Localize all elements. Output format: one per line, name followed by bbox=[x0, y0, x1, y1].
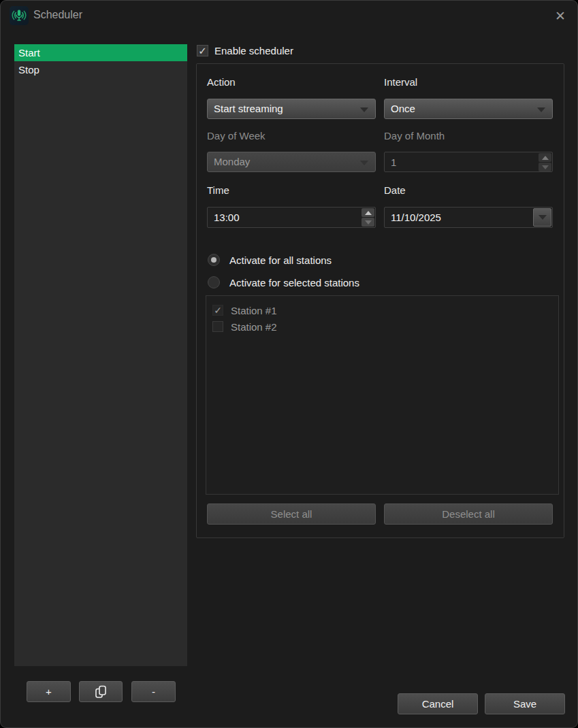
spinner-buttons bbox=[539, 153, 551, 171]
enable-scheduler-label: Enable scheduler bbox=[214, 45, 293, 56]
activate-selected-stations-option[interactable]: Activate for selected stations bbox=[208, 276, 359, 288]
duplicate-schedule-button[interactable] bbox=[79, 681, 123, 702]
day-of-week-label: Day of Week bbox=[207, 130, 266, 142]
select-all-button: Select all bbox=[207, 503, 376, 525]
app-microphone-icon bbox=[10, 6, 29, 25]
chevron-down-icon bbox=[539, 215, 547, 220]
action-dropdown[interactable]: Start streaming bbox=[207, 99, 376, 119]
station-checkbox-unchecked[interactable] bbox=[212, 321, 223, 332]
action-value: Start streaming bbox=[214, 103, 283, 114]
day-of-month-value: 1 bbox=[391, 156, 396, 168]
day-of-month-label: Day of Month bbox=[384, 130, 445, 142]
remove-schedule-button[interactable]: - bbox=[131, 681, 176, 702]
check-icon: ✓ bbox=[214, 305, 222, 316]
activate-all-stations-label: Activate for all stations bbox=[229, 254, 332, 266]
chevron-down-icon bbox=[537, 107, 545, 112]
schedule-list: Start Stop bbox=[14, 44, 187, 666]
chevron-down-icon bbox=[360, 161, 368, 165]
day-of-month-spinbox: 1 bbox=[384, 152, 553, 172]
date-dropdown-button[interactable] bbox=[533, 208, 551, 227]
spinner-buttons[interactable] bbox=[362, 208, 374, 227]
radio-unselected-icon[interactable] bbox=[208, 276, 220, 288]
spin-down-icon bbox=[539, 163, 551, 171]
schedule-item-stop[interactable]: Stop bbox=[14, 61, 187, 78]
day-of-week-dropdown: Monday bbox=[207, 152, 376, 172]
title-bar: Scheduler ✕ bbox=[1, 1, 577, 31]
date-value: 11/10/2025 bbox=[391, 212, 441, 223]
interval-value: Once bbox=[391, 103, 415, 114]
scheduler-dialog: Scheduler ✕ Start Stop ✓ Enable schedule… bbox=[0, 0, 578, 728]
activate-selected-stations-label: Activate for selected stations bbox=[229, 277, 359, 288]
station-label: Station #2 bbox=[231, 321, 277, 333]
date-picker[interactable]: 11/10/2025 bbox=[384, 207, 553, 228]
spin-down-icon[interactable] bbox=[362, 218, 374, 227]
station-row-1[interactable]: ✓ Station #1 bbox=[206, 302, 558, 318]
deselect-all-button: Deselect all bbox=[384, 503, 553, 525]
station-label: Station #1 bbox=[231, 305, 277, 316]
close-icon[interactable]: ✕ bbox=[551, 7, 570, 26]
window-title: Scheduler bbox=[33, 9, 82, 21]
station-row-2[interactable]: Station #2 bbox=[206, 318, 558, 335]
chevron-down-icon bbox=[360, 107, 368, 112]
date-label: Date bbox=[384, 184, 406, 196]
station-checkbox-checked[interactable]: ✓ bbox=[212, 305, 223, 316]
day-of-week-value: Monday bbox=[214, 156, 250, 167]
spin-up-icon[interactable] bbox=[362, 208, 374, 217]
enable-scheduler-row: ✓ Enable scheduler bbox=[197, 45, 293, 56]
radio-selected-icon[interactable] bbox=[208, 254, 220, 266]
activate-all-stations-option[interactable]: Activate for all stations bbox=[208, 254, 332, 266]
check-icon: ✓ bbox=[198, 45, 207, 57]
stations-list: ✓ Station #1 Station #2 bbox=[206, 295, 559, 495]
time-spinbox[interactable]: 13:00 bbox=[207, 207, 376, 228]
schedule-item-start[interactable]: Start bbox=[14, 44, 187, 61]
action-label: Action bbox=[207, 76, 236, 88]
enable-scheduler-checkbox[interactable]: ✓ bbox=[197, 45, 208, 56]
copy-icon bbox=[94, 684, 108, 699]
time-label: Time bbox=[207, 184, 229, 196]
interval-label: Interval bbox=[384, 76, 417, 88]
spin-up-icon bbox=[539, 153, 551, 162]
add-schedule-button[interactable]: + bbox=[27, 681, 71, 702]
interval-dropdown[interactable]: Once bbox=[384, 99, 553, 119]
save-button[interactable]: Save bbox=[485, 693, 565, 714]
cancel-button[interactable]: Cancel bbox=[398, 693, 478, 714]
time-value: 13:00 bbox=[214, 212, 240, 223]
